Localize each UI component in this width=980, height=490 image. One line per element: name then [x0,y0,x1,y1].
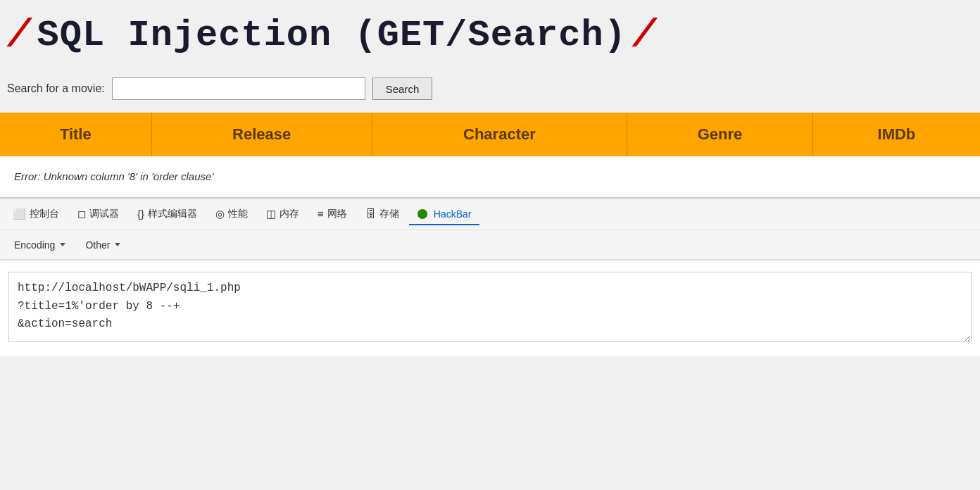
table-header: Title Release Character Genre IMDb [0,113,980,156]
hackbar-label: HackBar [434,208,472,220]
storage-label: 存储 [379,208,399,220]
url-textarea[interactable] [8,272,972,342]
network-icon: ≡ [318,208,324,220]
col-title: Title [0,113,151,156]
col-release: Release [151,113,372,156]
devtools-tab-network[interactable]: ≡ 网络 [309,203,356,226]
hackbar-dot-icon [417,209,427,219]
title-area: / SQL Injection (GET/Search) / [0,0,980,65]
error-row: Error: Unknown column '8' in 'order clau… [0,156,980,197]
devtools-tab-memory[interactable]: ◫ 内存 [258,203,308,226]
slash-left-icon: / [7,13,32,58]
devtools-tab-style[interactable]: {} 样式编辑器 [129,203,206,226]
search-input[interactable] [112,77,365,100]
slash-right-icon: / [632,13,657,58]
hackbar-toolbar: Encoding Other [0,230,980,260]
search-button[interactable]: Search [372,77,433,100]
devtools-tab-console[interactable]: ⬜ 控制台 [4,203,68,226]
storage-icon: 🗄 [365,208,376,220]
style-icon: {} [137,208,144,220]
other-button[interactable]: Other [77,236,129,254]
page-title: / SQL Injection (GET/Search) / [7,13,973,58]
encoding-dropdown-icon [60,243,65,246]
console-icon: ⬜ [13,208,26,220]
devtools-tab-perf[interactable]: ◎ 性能 [207,203,256,226]
error-message: Error: Unknown column '8' in 'order clau… [0,156,980,197]
url-area [0,260,980,356]
perf-icon: ◎ [215,208,225,220]
memory-icon: ◫ [266,208,276,220]
devtools-tab-storage[interactable]: 🗄 存储 [357,203,408,226]
devtools-tab-debugger[interactable]: ◻ 调试器 [69,203,127,226]
style-label: 样式编辑器 [148,208,197,220]
network-label: 网络 [327,208,347,220]
debugger-icon: ◻ [77,208,86,220]
col-imdb: IMDb [812,113,980,156]
col-character: Character [372,113,627,156]
encoding-label: Encoding [14,239,55,251]
devtools-bar: ⬜ 控制台 ◻ 调试器 {} 样式编辑器 ◎ 性能 ◫ 内存 ≡ 网络 🗄 存储 [0,198,980,230]
encoding-button[interactable]: Encoding [6,236,74,254]
results-table: Title Release Character Genre IMDb Error… [0,113,980,197]
search-area: Search for a movie: Search [0,65,980,113]
page-title-text: SQL Injection (GET/Search) [37,15,627,56]
other-label: Other [85,239,110,251]
page-wrapper: / SQL Injection (GET/Search) / Search fo… [0,0,980,490]
console-label: 控制台 [30,208,59,220]
col-genre: Genre [627,113,813,156]
devtools-tab-hackbar[interactable]: HackBar [409,204,480,225]
debugger-label: 调试器 [89,208,119,220]
perf-label: 性能 [228,208,248,220]
table-body: Error: Unknown column '8' in 'order clau… [0,156,980,197]
memory-label: 内存 [279,208,299,220]
search-label: Search for a movie: [7,82,105,95]
other-dropdown-icon [115,243,120,246]
